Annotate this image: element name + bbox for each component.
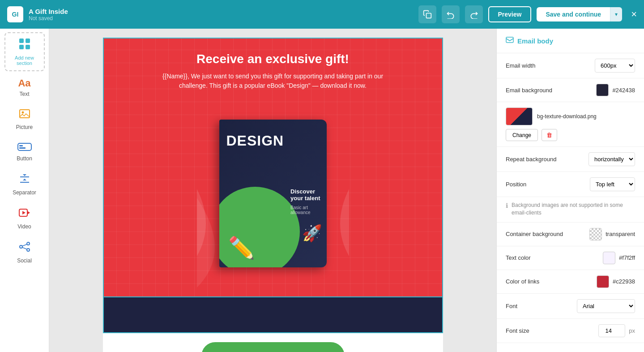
- delete-image-button[interactable]: 🗑: [542, 129, 557, 141]
- sidebar-item-button-label: Button: [17, 155, 32, 162]
- book-subtitle: Discover your talent Basic art allowance: [290, 188, 320, 215]
- font-row: Font Arial Georgia Helvetica Tahoma Verd…: [497, 294, 644, 319]
- svg-rect-22: [506, 37, 513, 43]
- email-width-select[interactable]: 600px 400px 500px 700px 800px: [595, 59, 635, 73]
- font-label: Font: [506, 303, 573, 309]
- links-color-swatch[interactable]: [597, 275, 609, 288]
- copy-button[interactable]: [418, 5, 436, 23]
- email-dark-section[interactable]: [103, 297, 443, 333]
- app-title-group: A Gift Inside Not saved: [29, 8, 68, 21]
- email-bg-color-text: #242438: [612, 87, 635, 94]
- sidebar-item-separator-label: Separator: [13, 189, 36, 196]
- email-width-row: Email width 600px 400px 500px 700px 800p…: [497, 53, 644, 78]
- bg-image-row: bg-texture-download.png Change 🗑: [497, 102, 644, 147]
- email-hero-section[interactable]: Receive an exclusive gift! {{Name}}, We …: [103, 38, 443, 297]
- svg-rect-9: [19, 147, 26, 149]
- svg-rect-8: [19, 145, 23, 146]
- save-btn-group: Save and continue ▾: [537, 7, 622, 21]
- position-label: Position: [506, 181, 586, 188]
- svg-line-21: [22, 248, 27, 249]
- panel-header: Email body: [497, 29, 644, 53]
- redo-button[interactable]: [465, 5, 483, 23]
- svg-line-20: [22, 245, 27, 246]
- svg-point-17: [27, 242, 30, 245]
- preview-button[interactable]: Preview: [488, 6, 532, 22]
- sidebar-item-separator[interactable]: Separator: [4, 168, 45, 200]
- undo-button[interactable]: [442, 5, 460, 23]
- links-color-label: Color of links: [506, 278, 593, 285]
- font-select[interactable]: Arial Georgia Helvetica Tahoma Verdana: [577, 299, 635, 313]
- svg-marker-15: [27, 211, 30, 215]
- svg-marker-16: [22, 211, 26, 215]
- position-row: Position Top left Top center Top right C…: [497, 172, 644, 197]
- bg-info-row: ℹ Background images are not supported in…: [497, 197, 644, 223]
- download-button[interactable]: Download: [201, 342, 345, 352]
- social-icon: [18, 240, 31, 256]
- email-bg-swatch[interactable]: [596, 84, 609, 96]
- book-sub4: allowance: [290, 210, 320, 215]
- sidebar-item-button[interactable]: Button: [4, 137, 45, 166]
- position-select[interactable]: Top left Top center Top right Center Bot…: [590, 177, 635, 191]
- container-bg-label: Container background: [506, 231, 586, 237]
- links-color-row: Color of links #c22938: [497, 270, 644, 294]
- links-color-hex: #c22938: [613, 278, 635, 285]
- bg-image-thumb: [506, 107, 533, 125]
- svg-marker-11: [23, 179, 26, 180]
- email-bg-row: Email background #242438: [497, 78, 644, 102]
- repeat-bg-select[interactable]: horizontally vertically both no repeat: [589, 152, 635, 166]
- sidebar-item-text-label: Text: [19, 91, 29, 97]
- header: GI A Gift Inside Not saved Preview Save …: [0, 0, 644, 29]
- pencil-decoration: ✏️: [228, 236, 255, 261]
- separator-icon: [18, 172, 31, 188]
- rocket-decoration: 🚀: [302, 224, 322, 243]
- repeat-bg-row: Repeat background horizontally verticall…: [497, 147, 644, 172]
- svg-marker-13: [23, 174, 26, 176]
- save-dropdown-button[interactable]: ▾: [610, 7, 622, 21]
- font-size-input[interactable]: [598, 324, 625, 337]
- app-name: A Gift Inside: [29, 8, 68, 15]
- app-logo: GI: [7, 6, 23, 22]
- main-layout: Add newsection Aa Text Picture: [0, 29, 644, 352]
- text-color-hex: #f7f2ff: [619, 254, 635, 261]
- change-image-button[interactable]: Change: [506, 129, 538, 141]
- svg-point-19: [27, 249, 30, 251]
- add-section-icon: [18, 38, 31, 53]
- sidebar-item-add-section[interactable]: Add newsection: [4, 32, 45, 71]
- text-color-label: Text color: [506, 254, 599, 261]
- sidebar-item-video[interactable]: Video: [4, 202, 45, 234]
- save-continue-button[interactable]: Save and continue: [537, 7, 610, 21]
- book-cover: DESIGN ✏️ 🚀 Discover your talent Basic a…: [219, 120, 327, 267]
- email-bg-label: Email background: [506, 87, 593, 94]
- container-bg-swatch[interactable]: [589, 228, 602, 240]
- sidebar-item-add-section-label: Add newsection: [15, 55, 34, 66]
- sidebar-item-social[interactable]: Social: [4, 236, 45, 268]
- button-icon: [17, 141, 32, 154]
- bg-image-name: bg-texture-download.png: [537, 113, 597, 120]
- sidebar-item-video-label: Video: [17, 223, 31, 230]
- svg-rect-0: [426, 13, 431, 18]
- email-title: Receive an exclusive gift!: [196, 52, 349, 66]
- close-button[interactable]: ×: [631, 9, 637, 20]
- book-mockup: DESIGN ✏️ 🚀 Discover your talent Basic a…: [197, 99, 349, 288]
- svg-point-18: [20, 245, 22, 248]
- bg-image-actions: Change 🗑: [506, 129, 635, 141]
- email-body-icon: [506, 36, 514, 46]
- book-cover-title: DESIGN: [226, 133, 284, 149]
- sidebar-item-picture[interactable]: Picture: [4, 103, 45, 135]
- email-body-text: {{Name}}, We just want to send you this …: [152, 72, 394, 90]
- svg-rect-3: [19, 45, 24, 49]
- canvas: Receive an exclusive gift! {{Name}}, We …: [103, 38, 443, 343]
- container-bg-row: Container background transparent: [497, 223, 644, 246]
- repeat-bg-label: Repeat background: [506, 156, 585, 163]
- svg-rect-5: [20, 110, 30, 118]
- svg-rect-1: [19, 39, 24, 43]
- download-btn-section: Download: [103, 333, 443, 352]
- sidebar-item-picture-label: Picture: [16, 124, 33, 130]
- book-sub2: your talent: [290, 195, 320, 202]
- canvas-area: Receive an exclusive gift! {{Name}}, We …: [49, 29, 496, 352]
- font-size-label: Font size: [506, 327, 595, 334]
- right-panel: Email body Email width 600px 400px 500px…: [496, 29, 644, 352]
- svg-rect-2: [26, 39, 30, 43]
- sidebar-item-text[interactable]: Aa Text: [4, 73, 45, 102]
- text-color-swatch[interactable]: [603, 252, 615, 264]
